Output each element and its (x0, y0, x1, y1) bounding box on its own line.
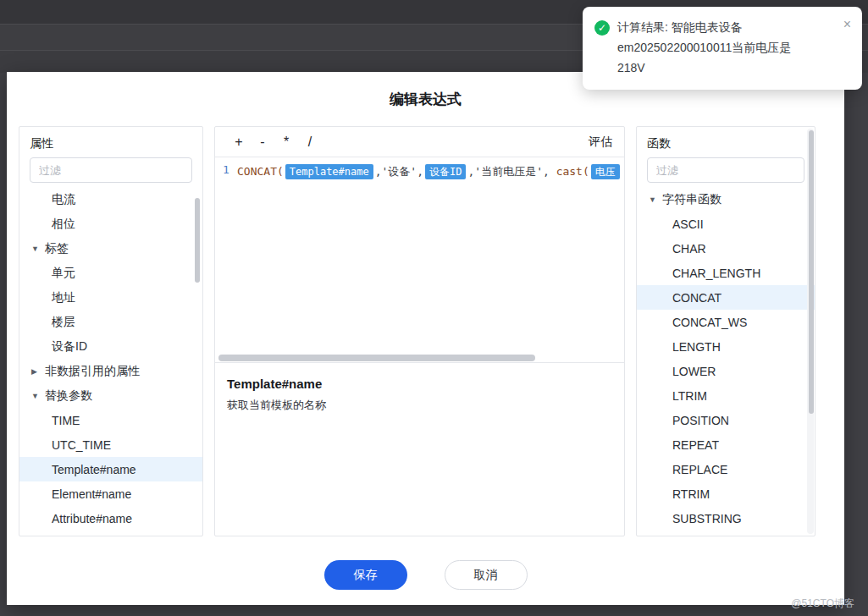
code-token-text: ,'设备', (375, 165, 423, 178)
functions-tree: ▼字符串函数 ASCII CHAR CHAR_LENGTH CONCAT CON… (637, 187, 815, 531)
function-item[interactable]: REPLACE (637, 457, 815, 481)
function-item[interactable]: LOWER (637, 359, 815, 383)
editor-toolbar: + - * / 评估 (215, 127, 624, 157)
properties-filter-input[interactable] (30, 157, 192, 183)
property-item[interactable]: 地址 (19, 285, 202, 310)
code-token-function: cast( (556, 165, 589, 178)
property-item-label: 设备ID (52, 339, 87, 355)
variable-chip-device-id[interactable]: 设备ID (425, 164, 466, 179)
properties-panel: 属性 电流 相位 ▼标签 单元 地址 楼层 设备ID ▶非数据引用的属性 ▼替换… (19, 126, 203, 536)
property-item-label: 非数据引用的属性 (45, 364, 140, 379)
function-item[interactable]: LTRIM (637, 383, 815, 408)
divide-operator-button[interactable]: / (298, 130, 322, 154)
expression-editor-panel: + - * / 评估 1 CONCAT(Template#name,'设备',设… (214, 126, 625, 536)
code-token-function: CONCAT( (237, 165, 284, 178)
line-number: 1 (223, 163, 229, 176)
property-item-label: 相位 (52, 217, 75, 232)
property-item-label: 单元 (52, 266, 75, 281)
minus-operator-button[interactable]: - (251, 130, 274, 154)
functions-scrollbar-thumb[interactable] (809, 130, 814, 414)
selected-item-detail: Template#name 获取当前模板的名称 (215, 362, 624, 536)
toast-line: em202502200010011当前电压是 (617, 37, 791, 58)
success-check-icon: ✓ (594, 20, 610, 36)
function-item[interactable]: ASCII (637, 212, 815, 236)
properties-panel-title: 属性 (30, 134, 192, 152)
function-group-label: 字符串函数 (662, 192, 721, 207)
property-group-tags[interactable]: ▼标签 (19, 236, 202, 261)
function-item[interactable]: CHAR (637, 236, 815, 261)
property-group-non-data[interactable]: ▶非数据引用的属性 (19, 359, 202, 383)
property-item[interactable]: 电流 (19, 187, 202, 212)
properties-scrollbar-thumb[interactable] (195, 198, 200, 283)
function-item[interactable]: REPEAT (637, 432, 815, 457)
calculation-result-toast: ✓ 计算结果: 智能电表设备 em202502200010011当前电压是 21… (583, 7, 862, 90)
chevron-down-icon: ▼ (649, 195, 662, 204)
code-token-text: ,'当前电压是', (467, 165, 556, 178)
functions-filter-input[interactable] (647, 157, 804, 183)
property-item[interactable]: UTC_TIME (19, 432, 202, 457)
save-button[interactable]: 保存 (324, 560, 407, 590)
property-item-label: Element#name (52, 487, 131, 501)
function-item[interactable]: CONCAT_WS (637, 310, 815, 334)
property-item-label: TIME (52, 414, 80, 427)
editor-horizontal-scrollbar[interactable] (217, 354, 622, 362)
variable-chip-template-name[interactable]: Template#name (285, 164, 373, 179)
function-item[interactable]: CHAR_LENGTH (637, 261, 815, 285)
function-item[interactable]: SUBSTRING (637, 506, 815, 531)
property-item-label: 替换参数 (45, 388, 92, 404)
chevron-down-icon: ▼ (31, 245, 45, 253)
functions-panel-title: 函数 (647, 134, 804, 152)
detail-name: Template#name (227, 377, 612, 391)
toast-line: 218V (617, 58, 791, 78)
property-item-label: UTC_TIME (52, 438, 111, 452)
chevron-down-icon: ▼ (31, 392, 45, 400)
property-item[interactable]: Element#name (19, 481, 202, 506)
property-item[interactable]: 相位 (19, 212, 202, 236)
editor-horizontal-scrollbar-thumb[interactable] (218, 355, 535, 361)
multiply-operator-button[interactable]: * (274, 130, 298, 154)
property-item[interactable]: 单元 (19, 261, 202, 285)
property-item-label: 标签 (45, 241, 69, 256)
edit-expression-dialog: 编辑表达式 属性 电流 相位 ▼标签 单元 地址 楼层 设备ID ▶非数据引用的… (7, 72, 844, 605)
property-item-template-name[interactable]: Template#name (19, 457, 202, 481)
property-item-label: 电流 (52, 192, 75, 207)
dialog-body: 属性 电流 相位 ▼标签 单元 地址 楼层 设备ID ▶非数据引用的属性 ▼替换… (7, 126, 844, 536)
functions-panel: 函数 ▼字符串函数 ASCII CHAR CHAR_LENGTH CONCAT … (636, 126, 815, 536)
property-item-label: 地址 (52, 290, 75, 305)
function-item[interactable]: LENGTH (637, 334, 815, 359)
toast-message: 计算结果: 智能电表设备 em202502200010011当前电压是 218V (617, 17, 791, 78)
evaluate-button[interactable]: 评估 (589, 135, 612, 150)
property-item[interactable]: 设备ID (19, 334, 202, 359)
cancel-button[interactable]: 取消 (445, 560, 528, 590)
property-group-replace-params[interactable]: ▼替换参数 (19, 383, 202, 408)
expression-code-editor[interactable]: 1 CONCAT(Template#name,'设备',设备ID,'当前电压是'… (215, 157, 624, 354)
function-item[interactable]: POSITION (637, 408, 815, 432)
property-item-label: 楼层 (52, 315, 75, 330)
property-item-label: Template#name (52, 463, 136, 476)
function-item-concat[interactable]: CONCAT (637, 285, 815, 310)
property-item-label: Attribute#name (52, 512, 132, 525)
expression-line: CONCAT(Template#name,'设备',设备ID,'当前电压是', … (237, 157, 622, 354)
function-item[interactable]: RTRIM (637, 481, 815, 506)
dialog-footer: 保存 取消 (7, 560, 844, 590)
toast-line: 计算结果: 智能电表设备 (617, 17, 791, 37)
property-item[interactable]: TIME (19, 408, 202, 432)
plus-operator-button[interactable]: + (227, 130, 251, 154)
function-group-string[interactable]: ▼字符串函数 (637, 187, 815, 212)
line-number-gutter: 1 (215, 157, 237, 354)
watermark: @51CTO博客 (791, 597, 854, 611)
variable-chip-voltage[interactable]: 电压 (591, 164, 620, 179)
detail-description: 获取当前模板的名称 (227, 398, 612, 413)
properties-tree: 电流 相位 ▼标签 单元 地址 楼层 设备ID ▶非数据引用的属性 ▼替换参数 … (19, 187, 202, 531)
property-item[interactable]: Attribute#name (19, 506, 202, 531)
close-icon[interactable]: × (843, 18, 851, 31)
property-item[interactable]: 楼层 (19, 310, 202, 334)
chevron-right-icon: ▶ (31, 367, 45, 376)
